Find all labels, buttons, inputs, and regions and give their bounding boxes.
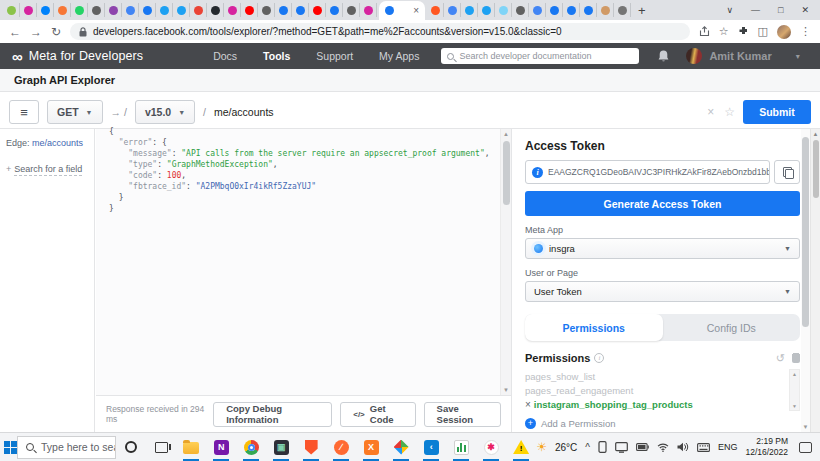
browser-pinned-tab[interactable] — [292, 3, 309, 17]
browser-pinned-tab[interactable] — [122, 3, 139, 17]
file-explorer-icon[interactable] — [176, 433, 206, 461]
scroll-thumb[interactable] — [802, 137, 809, 327]
browser-pinned-tab[interactable] — [88, 3, 105, 17]
battery-icon[interactable] — [636, 443, 649, 451]
browser-pinned-tab[interactable] — [512, 3, 529, 17]
scroll-up-icon[interactable]: ▲ — [501, 129, 511, 139]
path-input[interactable]: me/accounts — [214, 106, 699, 118]
brave-icon[interactable] — [296, 433, 326, 461]
browser-pinned-tab[interactable] — [156, 3, 173, 17]
submit-button[interactable]: Submit — [743, 100, 811, 124]
browser-pinned-tab[interactable] — [444, 3, 461, 17]
browser-pinned-tab[interactable] — [173, 3, 190, 17]
browser-pinned-tab[interactable] — [495, 3, 512, 17]
share-icon[interactable] — [699, 26, 710, 37]
reload-icon[interactable]: ↻ — [51, 25, 61, 39]
nav-link-docs[interactable]: Docs — [213, 50, 237, 62]
cortana-icon[interactable] — [116, 433, 146, 461]
browser-pinned-tab[interactable] — [20, 3, 37, 17]
taskbar-search-input[interactable]: Type here to search — [17, 436, 116, 459]
nav-link-my-apps[interactable]: My Apps — [379, 50, 419, 62]
media-app-icon[interactable]: ▣ — [266, 433, 296, 461]
browser-pinned-tab[interactable] — [207, 3, 224, 17]
permission-item[interactable]: pages_show_list — [525, 369, 784, 383]
minimize-button[interactable]: — — [742, 0, 769, 20]
browser-pinned-tab[interactable] — [275, 3, 292, 17]
browser-pinned-tab[interactable] — [224, 3, 241, 17]
permission-item[interactable]: ×instagram_shopping_tag_products — [525, 397, 784, 411]
phone-link-icon[interactable] — [598, 441, 607, 453]
browser-pinned-tab[interactable] — [563, 3, 580, 17]
task-view-icon[interactable] — [146, 433, 176, 461]
maximize-button[interactable]: □ — [769, 0, 792, 20]
scroll-thumb[interactable] — [503, 141, 510, 205]
forward-icon[interactable]: → — [30, 25, 42, 39]
pink-app-icon[interactable]: ✱ — [476, 433, 506, 461]
browser-pinned-tab[interactable] — [580, 3, 597, 17]
browser-pinned-tab[interactable] — [37, 3, 54, 17]
browser-pinned-tab[interactable] — [71, 3, 88, 17]
browser-pinned-tab[interactable] — [139, 3, 156, 17]
warning-app-icon[interactable]: ! — [506, 433, 536, 461]
close-button[interactable]: ✕ — [792, 0, 820, 20]
favorite-star-icon[interactable]: ☆ — [724, 105, 735, 119]
tab-config-ids[interactable]: Config IDs — [663, 314, 801, 341]
browser-pinned-tab[interactable] — [309, 3, 326, 17]
browser-pinned-tab[interactable] — [258, 3, 275, 17]
browser-pinned-tab[interactable] — [360, 3, 377, 17]
tray-chevron-icon[interactable]: ^ — [585, 442, 590, 453]
user-menu-chevron-icon[interactable]: ▾ — [796, 52, 800, 61]
browser-pinned-tab[interactable] — [343, 3, 360, 17]
tab-permissions[interactable]: Permissions — [525, 314, 663, 341]
photos-icon[interactable] — [386, 433, 416, 461]
page-scrollbar[interactable]: ▲ — [810, 129, 820, 432]
scroll-down-icon[interactable]: ▼ — [801, 424, 810, 430]
browser-pinned-tab[interactable] — [461, 3, 478, 17]
browser-pinned-tab[interactable] — [326, 3, 343, 17]
scroll-up-icon[interactable]: ▲ — [790, 370, 799, 378]
xampp-icon[interactable]: X — [356, 433, 386, 461]
browser-pinned-tab[interactable] — [529, 3, 546, 17]
user-or-page-dropdown[interactable]: User Token ▼ — [525, 281, 800, 302]
browser-pinned-tab[interactable] — [546, 3, 563, 17]
tab-split-icon[interactable]: ◫ — [758, 25, 768, 38]
meta-brand[interactable]: ∞ Meta for Developers — [12, 49, 143, 64]
notifications-bell-icon[interactable] — [657, 49, 670, 63]
new-tab-button[interactable]: + — [631, 3, 653, 18]
temperature[interactable]: 26°C — [555, 442, 577, 453]
edge-link[interactable]: me/accounts — [32, 138, 83, 148]
browser-pinned-tab[interactable] — [3, 3, 20, 17]
scroll-down-icon[interactable]: ▼ — [790, 402, 799, 410]
browser-pinned-tab[interactable] — [597, 3, 614, 17]
meta-app-dropdown[interactable]: insgra ▼ — [525, 238, 800, 259]
save-session-button[interactable]: Save Session — [424, 402, 501, 427]
clear-path-icon[interactable]: × — [707, 105, 714, 119]
undo-icon[interactable]: ↺ — [776, 353, 785, 364]
browser-pinned-tab[interactable] — [614, 3, 631, 17]
browser-profile-avatar[interactable] — [777, 25, 791, 39]
scroll-down-icon[interactable]: ▼ — [501, 385, 511, 395]
access-token-field[interactable]: i EAAGZCRQ1GDeoBAIVJC3PIRHkZAkFir8ZAebOn… — [525, 160, 770, 184]
permission-item[interactable]: pages_read_engagement — [525, 383, 784, 397]
trash-icon[interactable] — [792, 353, 800, 363]
browser-pinned-tab[interactable] — [478, 3, 495, 17]
version-dropdown[interactable]: v15.0 ▼ — [135, 100, 195, 124]
extensions-icon[interactable] — [738, 26, 749, 37]
active-tab[interactable]: × — [379, 1, 425, 20]
url-box[interactable]: developers.facebook.com/tools/explorer/?… — [70, 23, 690, 40]
onenote-icon[interactable]: N — [206, 433, 236, 461]
tab-close-icon[interactable]: × — [413, 6, 419, 16]
copy-debug-button[interactable]: Copy Debug Information — [213, 402, 332, 427]
doc-search-input[interactable]: Search developer documentation — [441, 48, 639, 64]
add-permission[interactable]: + Add a Permission — [525, 418, 800, 429]
remove-permission-icon[interactable]: × — [525, 399, 531, 410]
keyboard-icon[interactable] — [697, 443, 710, 452]
browser-pinned-tab[interactable] — [427, 3, 444, 17]
back-icon[interactable]: ← — [9, 25, 21, 39]
browser-pinned-tab[interactable] — [241, 3, 258, 17]
user-menu[interactable]: Amit Kumar — [686, 48, 771, 64]
start-button[interactable] — [4, 434, 17, 460]
display-icon[interactable] — [615, 442, 628, 453]
volume-icon[interactable] — [677, 442, 689, 452]
weather-sun-icon[interactable]: ☀ — [536, 440, 547, 454]
